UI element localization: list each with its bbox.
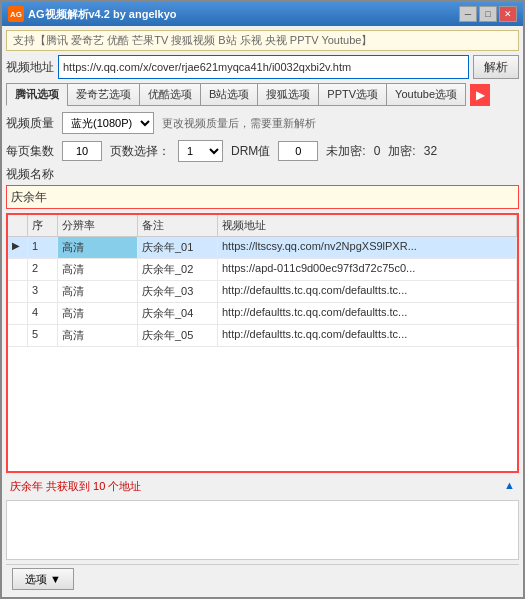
- quality-row: 视频质量 蓝光(1080P) 超清(720P) 高清(480P) 标清(360P…: [6, 110, 519, 136]
- quality-hint: 更改视频质量后，需要重新解析: [162, 116, 316, 131]
- options-label: 选项: [25, 572, 47, 587]
- expand-icon[interactable]: ▲: [504, 479, 515, 491]
- footer: 选项 ▼: [6, 564, 519, 593]
- row-indicator: [8, 303, 28, 324]
- quality-select[interactable]: 蓝光(1080P) 超清(720P) 高清(480P) 标清(360P): [62, 112, 154, 134]
- table-row[interactable]: 5 高清 庆余年_05 http://defaultts.tc.qq.com/d…: [8, 325, 517, 347]
- app-icon: AG: [8, 6, 24, 22]
- row-resolution: 高清: [58, 303, 138, 324]
- row-seq: 2: [28, 259, 58, 280]
- table-body: ▶ 1 高清 庆余年_01 https://ltscsy.qq.com/nv2N…: [8, 237, 517, 471]
- per-page-label: 每页集数: [6, 143, 54, 160]
- pages-row: 每页集数 页数选择： 1 2 3 DRM值 未加密: 0 加密: 32: [6, 140, 519, 162]
- drm-input[interactable]: [278, 141, 318, 161]
- encrypted-value: 32: [424, 144, 437, 158]
- tab-iqiyi[interactable]: 爱奇艺选项: [67, 83, 139, 106]
- tab-youku[interactable]: 优酷选项: [139, 83, 200, 106]
- row-seq: 4: [28, 303, 58, 324]
- support-text: 支持【腾讯 爱奇艺 优酷 芒果TV 搜狐视频 B站 乐视 央视 PPTV You…: [13, 34, 372, 46]
- row-resolution: 高清: [58, 325, 138, 346]
- video-name-input[interactable]: [6, 185, 519, 209]
- row-indicator: ▶: [8, 237, 28, 258]
- row-indicator: [8, 281, 28, 302]
- row-resolution: 高清: [58, 237, 138, 258]
- unencrypted-value: 0: [374, 144, 381, 158]
- row-resolution: 高清: [58, 281, 138, 302]
- video-name-section: 视频名称: [6, 166, 519, 209]
- row-resolution: 高清: [58, 259, 138, 280]
- tab-sohu[interactable]: 搜狐选项: [257, 83, 318, 106]
- video-name-label: 视频名称: [6, 166, 519, 183]
- table-row[interactable]: 2 高清 庆余年_02 https://apd-011c9d00ec97f3d7…: [8, 259, 517, 281]
- tab-pptv[interactable]: PPTV选项: [318, 83, 386, 106]
- row-note: 庆余年_01: [138, 237, 218, 258]
- row-url: http://defaultts.tc.qq.com/defaultts.tc.…: [218, 325, 517, 346]
- url-label: 视频地址: [6, 59, 54, 76]
- support-bar: 支持【腾讯 爱奇艺 优酷 芒果TV 搜狐视频 B站 乐视 央视 PPTV You…: [6, 30, 519, 51]
- table-row[interactable]: 3 高清 庆余年_03 http://defaultts.tc.qq.com/d…: [8, 281, 517, 303]
- window-title: AG视频解析v4.2 by angelkyo: [28, 7, 177, 22]
- tab-youtube[interactable]: Youtube选项: [386, 83, 466, 106]
- row-note: 庆余年_03: [138, 281, 218, 302]
- col-indicator: [8, 215, 28, 236]
- scroll-right-button[interactable]: ▶: [470, 84, 490, 106]
- row-seq: 1: [28, 237, 58, 258]
- bottom-area: [6, 500, 519, 560]
- row-url: http://defaultts.tc.qq.com/defaultts.tc.…: [218, 281, 517, 302]
- results-table: 序 分辨率 备注 视频地址 ▶ 1 高清 庆余年_01 https://ltsc…: [6, 213, 519, 473]
- row-seq: 5: [28, 325, 58, 346]
- row-url: http://defaultts.tc.qq.com/defaultts.tc.…: [218, 303, 517, 324]
- row-note: 庆余年_04: [138, 303, 218, 324]
- tabs-container: 腾讯选项 爱奇艺选项 优酷选项 B站选项 搜狐选项 PPTV选项 Youtube…: [6, 83, 519, 106]
- status-text: 庆余年 共获取到 10 个地址: [10, 480, 141, 492]
- drm-label: DRM值: [231, 143, 270, 160]
- col-seq: 序: [28, 215, 58, 236]
- url-input[interactable]: [58, 55, 469, 79]
- parse-button[interactable]: 解析: [473, 55, 519, 79]
- row-note: 庆余年_02: [138, 259, 218, 280]
- dropdown-icon: ▼: [50, 573, 61, 585]
- status-bar: 庆余年 共获取到 10 个地址 ▲: [6, 477, 519, 496]
- url-row: 视频地址 解析: [6, 55, 519, 79]
- options-button[interactable]: 选项 ▼: [12, 568, 74, 590]
- table-header: 序 分辨率 备注 视频地址: [8, 215, 517, 237]
- close-button[interactable]: ✕: [499, 6, 517, 22]
- tab-tencent[interactable]: 腾讯选项: [6, 83, 67, 106]
- maximize-button[interactable]: □: [479, 6, 497, 22]
- col-note: 备注: [138, 215, 218, 236]
- table-row[interactable]: ▶ 1 高清 庆余年_01 https://ltscsy.qq.com/nv2N…: [8, 237, 517, 259]
- col-url: 视频地址: [218, 215, 517, 236]
- per-page-input[interactable]: [62, 141, 102, 161]
- row-indicator: [8, 325, 28, 346]
- title-bar: AG AG视频解析v4.2 by angelkyo ─ □ ✕: [2, 2, 523, 26]
- table-row[interactable]: 4 高清 庆余年_04 http://defaultts.tc.qq.com/d…: [8, 303, 517, 325]
- main-window: AG AG视频解析v4.2 by angelkyo ─ □ ✕ 支持【腾讯 爱奇…: [0, 0, 525, 599]
- page-select-label: 页数选择：: [110, 143, 170, 160]
- unencrypted-label: 未加密:: [326, 143, 365, 160]
- main-content: 支持【腾讯 爱奇艺 优酷 芒果TV 搜狐视频 B站 乐视 央视 PPTV You…: [2, 26, 523, 597]
- title-controls: ─ □ ✕: [459, 6, 517, 22]
- tab-bilibili[interactable]: B站选项: [200, 83, 257, 106]
- row-indicator: [8, 259, 28, 280]
- encrypted-label: 加密:: [388, 143, 415, 160]
- quality-label: 视频质量: [6, 115, 54, 132]
- row-note: 庆余年_05: [138, 325, 218, 346]
- minimize-button[interactable]: ─: [459, 6, 477, 22]
- row-url: https://ltscsy.qq.com/nv2NpgXS9lPXR...: [218, 237, 517, 258]
- title-bar-left: AG AG视频解析v4.2 by angelkyo: [8, 6, 177, 22]
- row-seq: 3: [28, 281, 58, 302]
- row-url: https://apd-011c9d00ec97f3d72c75c0...: [218, 259, 517, 280]
- col-resolution: 分辨率: [58, 215, 138, 236]
- page-select[interactable]: 1 2 3: [178, 140, 223, 162]
